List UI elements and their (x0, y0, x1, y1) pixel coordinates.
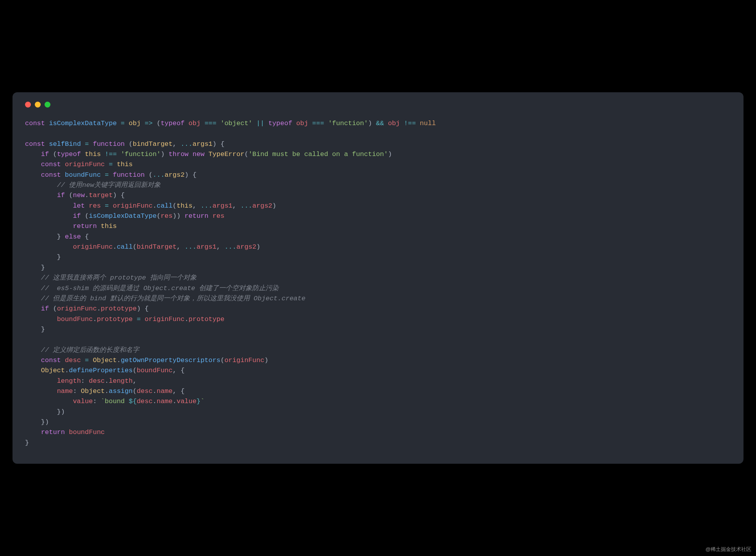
close-icon[interactable] (25, 102, 31, 108)
code-content: const isComplexDataType = obj => (typeof… (25, 118, 731, 448)
minimize-icon[interactable] (35, 102, 41, 108)
watermark: @稀土掘金技术社区 (706, 546, 751, 553)
code-window: const isComplexDataType = obj => (typeof… (13, 92, 743, 464)
window-controls (25, 102, 731, 108)
maximize-icon[interactable] (45, 102, 50, 108)
